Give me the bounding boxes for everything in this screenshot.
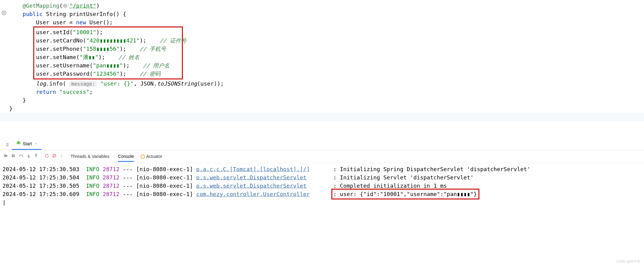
run-tab-label: Start bbox=[23, 141, 32, 147]
actuator-icon bbox=[141, 155, 145, 159]
pause-icon[interactable] bbox=[11, 153, 15, 160]
close-icon[interactable]: × bbox=[35, 141, 37, 147]
code-line: } bbox=[0, 104, 644, 113]
console-cursor bbox=[2, 198, 642, 207]
log-line: 2024-05-12 17:25:30.609 INFO 28712 --- [… bbox=[2, 190, 642, 198]
bug-icon bbox=[16, 140, 21, 147]
editor-blank-band bbox=[0, 113, 644, 121]
step-out-icon[interactable] bbox=[34, 153, 38, 160]
code-line: public String printUserInfo() { bbox=[0, 10, 644, 18]
run-config-tab[interactable]: Start × bbox=[12, 139, 42, 150]
divider bbox=[41, 154, 42, 159]
rerun-icon[interactable] bbox=[45, 153, 49, 160]
globe-icon bbox=[63, 2, 68, 7]
run-tabs-bar: g Start × bbox=[0, 137, 644, 150]
code-line: @GetMapping(˅"/print") bbox=[0, 2, 644, 10]
svg-rect-3 bbox=[4, 154, 5, 157]
log-line: 2024-05-12 17:25:30.504 INFO 28712 --- [… bbox=[2, 173, 642, 182]
svg-rect-4 bbox=[12, 154, 13, 157]
code-highlight-box: user.setId("10001"); user.setCardNo("420… bbox=[33, 26, 183, 79]
debug-toolbar: ⋮ Threads & Variables Console Actuator bbox=[0, 150, 644, 163]
code-line: log.info( message: "user: {}", JSON.toJS… bbox=[0, 79, 644, 88]
log-line: 2024-05-12 17:25:30.505 INFO 28712 --- [… bbox=[2, 182, 642, 190]
console-output[interactable]: 2024-05-12 17:25:30.503 INFO 28712 --- [… bbox=[0, 163, 644, 208]
svg-rect-5 bbox=[14, 154, 14, 157]
code-line: return "success"; bbox=[0, 88, 644, 96]
route-path: "/print" bbox=[69, 2, 96, 9]
step-into-icon[interactable] bbox=[27, 153, 31, 160]
svg-rect-6 bbox=[27, 157, 30, 158]
tab-actuator[interactable]: Actuator bbox=[141, 153, 162, 160]
more-icon[interactable]: ⋮ bbox=[59, 153, 64, 160]
code-line: } bbox=[0, 96, 644, 104]
annotation: @GetMapping bbox=[23, 2, 59, 9]
param-hint: message: bbox=[69, 81, 97, 87]
left-tab-fragment[interactable]: g bbox=[3, 139, 12, 149]
resume-icon[interactable] bbox=[4, 153, 8, 160]
gutter-run-icon[interactable] bbox=[2, 9, 6, 18]
code-line: User user = new User(); bbox=[0, 18, 644, 26]
log-line: 2024-05-12 17:25:30.503 INFO 28712 --- [… bbox=[2, 165, 642, 173]
tab-threads-variables[interactable]: Threads & Variables bbox=[69, 152, 111, 161]
step-over-icon[interactable] bbox=[18, 153, 23, 160]
tab-console[interactable]: Console bbox=[116, 152, 136, 161]
code-editor[interactable]: @GetMapping(˅"/print") public String pri… bbox=[0, 0, 644, 127]
mute-breakpoints-icon[interactable] bbox=[52, 153, 56, 160]
svg-point-2 bbox=[17, 141, 20, 144]
svg-rect-7 bbox=[35, 154, 37, 155]
